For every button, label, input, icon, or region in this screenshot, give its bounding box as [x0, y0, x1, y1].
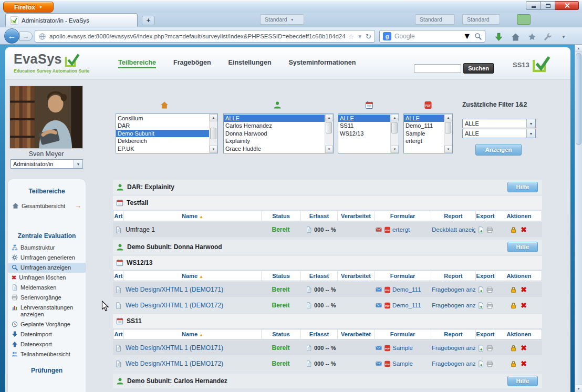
role-select[interactable]: Administrator/in ▼: [11, 159, 83, 169]
report-link[interactable]: Deckblatt anzeigen: [432, 226, 475, 233]
listbox-scrollbar[interactable]: ▲ ▼: [209, 114, 217, 153]
col-formular[interactable]: Formular: [375, 329, 431, 339]
scroll-down-icon[interactable]: ▼: [391, 146, 399, 153]
scroll-up-icon[interactable]: ▲: [325, 114, 333, 121]
printer-icon[interactable]: [486, 286, 493, 293]
col-art[interactable]: Art: [113, 329, 124, 339]
maximize-button[interactable]: [541, 1, 555, 10]
export-page-icon[interactable]: [477, 345, 484, 352]
page-scrollbar[interactable]: ▲ ▼: [575, 45, 582, 392]
downloads-button[interactable]: [493, 32, 504, 42]
scrollbar-thumb[interactable]: [326, 122, 332, 133]
scroll-up-icon[interactable]: ▲: [391, 114, 399, 121]
listbox-option[interactable]: Sample: [404, 130, 444, 137]
google-engine-icon[interactable]: g: [383, 32, 391, 40]
col-aktionen[interactable]: Aktionen: [495, 271, 543, 281]
col-name[interactable]: Name▲: [124, 271, 262, 281]
printer-icon[interactable]: [486, 345, 493, 352]
sidebar-item-meldemasken[interactable]: Meldemasken: [8, 283, 86, 293]
delete-x-icon[interactable]: ✖: [521, 286, 527, 293]
col-erfasst[interactable]: Erfasst: [301, 211, 338, 221]
col-verarbeitet[interactable]: Verarbeitet: [338, 329, 375, 339]
search-magnifier-icon[interactable]: [474, 33, 482, 40]
toolbar-overflow-icon[interactable]: ▼: [558, 32, 569, 42]
scrollbar-thumb[interactable]: [210, 128, 216, 139]
listbox-option[interactable]: Grace Huddle: [224, 145, 325, 152]
minimize-button[interactable]: [526, 1, 541, 10]
listbox-option[interactable]: Consilium: [116, 115, 209, 122]
col-export[interactable]: Export: [476, 211, 495, 221]
form-name-link[interactable]: Sample: [392, 345, 413, 351]
nav-einstellungen[interactable]: Einstellungen: [228, 59, 272, 68]
listbox-option-selected[interactable]: ALLE: [338, 115, 390, 122]
quick-search-input[interactable]: [414, 64, 461, 73]
col-name[interactable]: Name▲: [124, 329, 262, 339]
form-name-link[interactable]: Sample: [392, 360, 413, 367]
back-button[interactable]: ←: [4, 28, 19, 44]
listbox-option[interactable]: SS11: [338, 122, 390, 129]
scroll-down-icon[interactable]: ▼: [575, 385, 582, 392]
export-page-icon[interactable]: [477, 360, 484, 367]
lock-icon[interactable]: [510, 286, 517, 293]
lock-icon[interactable]: [510, 302, 517, 309]
listbox-option[interactable]: WS12/13: [338, 130, 390, 137]
report-link[interactable]: Fragebogen anzeigen: [432, 360, 475, 367]
listbox-option-selected[interactable]: ALLE: [224, 115, 325, 122]
listbox-scrollbar[interactable]: ▲ ▼: [390, 114, 399, 153]
col-aktionen[interactable]: Aktionen: [495, 329, 543, 339]
form-name-link[interactable]: Demo_111: [392, 286, 421, 293]
sidebar-item-baumstruktur[interactable]: Baumstruktur: [8, 243, 86, 253]
printer-icon[interactable]: [486, 302, 493, 309]
col-report[interactable]: Report: [431, 271, 476, 281]
reload-icon[interactable]: ↻: [366, 33, 371, 40]
col-art[interactable]: Art: [113, 271, 124, 281]
chevron-down-icon[interactable]: ▼: [526, 129, 535, 138]
scroll-up-icon[interactable]: ▲: [575, 45, 582, 52]
form-listbox[interactable]: ALLE Demo_111 Sample ertergt ▲ ▼: [403, 114, 453, 153]
sidebar-item-serienvorgaenge[interactable]: Serienvorgänge: [8, 293, 86, 303]
delete-x-icon[interactable]: ✖: [521, 302, 527, 309]
listbox-option[interactable]: Explainity: [224, 137, 325, 145]
hilfe-button[interactable]: Hilfe: [507, 376, 538, 386]
col-verarbeitet[interactable]: Verarbeitet: [338, 271, 375, 281]
form-name-link[interactable]: Demo_111: [392, 302, 421, 308]
period-listbox[interactable]: ALLE SS11 WS12/13 ▲ ▼: [338, 114, 399, 153]
col-erfasst[interactable]: Erfasst: [301, 329, 338, 339]
scroll-down-icon[interactable]: ▼: [325, 146, 333, 153]
suchen-button[interactable]: Suchen: [463, 63, 494, 74]
col-status[interactable]: Status: [262, 329, 301, 339]
data-entry-icon[interactable]: [306, 226, 312, 233]
listbox-option-selected[interactable]: Demo Subunit: [116, 130, 209, 137]
sidebar-item-geplante-vorgaenge[interactable]: Geplante Vorgänge: [8, 319, 86, 329]
pdf-icon[interactable]: [384, 360, 391, 367]
delete-x-icon[interactable]: ✖: [521, 344, 527, 352]
chevron-down-icon[interactable]: ▼: [74, 160, 82, 168]
sidebar-item-teilnahmeuebersicht[interactable]: Teilnahmeübersicht: [8, 349, 86, 359]
scroll-down-icon[interactable]: ▼: [210, 146, 217, 153]
col-report[interactable]: Report: [431, 211, 476, 221]
col-aktionen[interactable]: Aktionen: [495, 211, 543, 221]
sidebar-item-umfragen-loeschen[interactable]: ✖ Umfragen löschen: [8, 273, 86, 283]
report-link[interactable]: Fragebogen anzeigen: [432, 345, 475, 351]
scroll-up-icon[interactable]: ▲: [210, 114, 217, 121]
col-export[interactable]: Export: [476, 329, 495, 339]
col-formular[interactable]: Formular: [375, 271, 431, 281]
addons-wrench-button[interactable]: [542, 32, 554, 42]
report-link[interactable]: Fragebogen anzeigen: [432, 302, 475, 308]
scrollbar-thumb[interactable]: [576, 53, 581, 145]
data-entry-icon[interactable]: [306, 286, 312, 293]
col-export[interactable]: Export: [476, 271, 495, 281]
browser-tab[interactable]: Administrator/in - EvaSys: [5, 13, 138, 27]
url-text[interactable]: apollo.evasys.de:8080/evasysv6/index.php…: [49, 33, 345, 39]
listbox-option[interactable]: Donna Harwood: [224, 130, 325, 137]
firefox-menu-button[interactable]: Firefox ▼: [3, 2, 54, 13]
listbox-option[interactable]: Dirkbereich: [116, 137, 209, 145]
pdf-icon[interactable]: [384, 226, 391, 233]
scrollbar-thumb[interactable]: [391, 122, 398, 133]
engine-dropdown-icon[interactable]: ▼: [463, 32, 471, 41]
delete-x-icon[interactable]: ✖: [521, 360, 527, 367]
bookmark-star-icon[interactable]: ☆: [348, 33, 355, 40]
bookmarks-button[interactable]: [526, 32, 538, 42]
data-entry-icon[interactable]: [306, 345, 312, 351]
hilfe-button[interactable]: Hilfe: [507, 182, 538, 192]
